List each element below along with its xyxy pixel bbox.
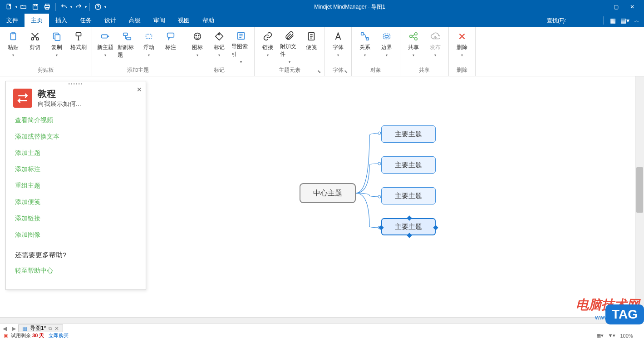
menu-视图[interactable]: 视图 [172,14,196,27]
attachment-button[interactable]: 附加文件▾ [279,29,300,63]
dropdown-arrow[interactable]: ▾ [337,53,339,57]
scroll-thumb[interactable] [636,167,643,213]
boundary-button[interactable]: 边界▾ [376,29,397,63]
main-topic-1[interactable]: 主要主题 [381,125,436,143]
dropdown-arrow[interactable]: ▾ [218,53,220,57]
doc-tab-close[interactable]: ✕ [54,325,59,332]
dropdown-arrow[interactable]: ▾ [240,60,242,64]
maximize-button[interactable]: ▢ [610,1,622,12]
panel-close-button[interactable]: ✕ [137,86,142,93]
copy-button[interactable]: 复制▾ [46,29,67,63]
redo-button[interactable] [73,1,84,12]
svg-point-30 [415,33,418,35]
document-tab[interactable]: ▦ 导图1* ⧉ ✕ [18,324,63,333]
paste-button[interactable]: 粘贴▾ [3,29,24,63]
share-button[interactable]: 共享▾ [403,29,424,63]
buy-now-link[interactable]: 立即购买 [49,333,69,338]
panel-grip[interactable]: •••••• [6,81,146,85]
dropdown-arrow[interactable]: ▾ [148,53,150,57]
font-button[interactable]: 字体▾ [328,29,349,63]
tutorial-link-7[interactable]: 添加图像 [15,231,137,239]
main-topic-2[interactable]: 主要主题 [381,156,436,174]
undo-button[interactable] [59,1,69,12]
dropdown-arrow[interactable]: ▾ [197,53,198,57]
panel-icon[interactable]: ▤▾ [620,17,629,24]
svg-rect-17 [146,34,152,38]
svg-point-31 [415,38,418,40]
menu-任务[interactable]: 任务 [74,14,98,27]
dropdown-arrow[interactable]: ▾ [267,53,269,57]
tutorial-link-1[interactable]: 添加或替换文本 [15,133,137,141]
zoom-level[interactable]: 100% [620,333,633,339]
main-topic-4-selected[interactable]: 主要主题 [381,218,436,235]
undo-dropdown[interactable]: ▾ [70,5,72,9]
new-topic-button[interactable]: 新主题▾ [95,29,116,63]
delete-button[interactable]: 删除▾ [452,29,472,63]
dialog-launcher[interactable]: ⬊ [317,69,321,74]
menu-高级[interactable]: 高级 [123,14,147,27]
new-dropdown[interactable]: ▾ [15,5,17,9]
format-painter-button[interactable]: 格式刷 [68,29,89,63]
open-file-button[interactable] [18,1,29,12]
tutorial-link-4[interactable]: 重组主题 [15,182,137,190]
menu-审阅[interactable]: 审阅 [147,14,172,27]
view-mode-icon[interactable]: ▦▾ [596,333,604,339]
map-index-label: 导图索引 [231,43,251,58]
paste-label: 粘贴 [8,44,19,51]
close-window-button[interactable]: ✕ [626,1,639,12]
tutorial-link-2[interactable]: 添加主题 [15,149,137,157]
collapse-ribbon-icon[interactable]: ︿ [634,17,639,25]
dropdown-arrow[interactable]: ▾ [364,53,366,57]
dropdown-arrow[interactable]: ▾ [104,53,106,57]
floating-button[interactable]: 浮动▾ [138,29,159,63]
search-label[interactable]: 查找(F): [547,17,597,25]
dropdown-arrow[interactable]: ▾ [461,53,463,57]
central-topic[interactable]: 中心主题 [300,183,356,203]
minimize-button[interactable]: ─ [593,1,606,12]
tab-next-button[interactable]: ▶ [9,325,18,332]
help-button[interactable] [93,1,103,12]
boundary-label: 边界 [381,44,392,51]
layout-icon[interactable]: ▦ [610,17,616,24]
callout-button[interactable]: 标注 [160,29,181,63]
tutorial-link-3[interactable]: 添加标注 [15,165,137,174]
svg-point-21 [198,35,199,36]
dropdown-arrow[interactable]: ▾ [289,60,290,64]
filter-icon[interactable]: ▼▾ [608,333,616,339]
new-subtopic-button[interactable]: 新副标题 [117,29,138,63]
menu-插入[interactable]: 插入 [49,14,74,27]
redo-dropdown[interactable]: ▾ [85,5,87,9]
doc-popout-icon[interactable]: ⧉ [49,326,52,331]
dropdown-arrow[interactable]: ▾ [434,53,436,57]
svg-rect-2 [34,5,36,6]
menu-帮助[interactable]: 帮助 [196,14,221,27]
icon-marker-button[interactable]: 图标▾ [187,29,208,63]
print-button[interactable] [42,1,53,12]
tutorial-panel: •••••• ✕ 教程 向我展示如何... 查看简介视频添加或替换文本添加主题添… [5,81,146,290]
dialog-launcher[interactable]: ⬊ [344,69,348,74]
dropdown-arrow[interactable]: ▾ [386,53,388,57]
tag-marker-button[interactable]: 标记▾ [209,29,230,63]
dropdown-arrow[interactable]: ▾ [413,53,414,57]
help-center-link[interactable]: 转至帮助中心 [15,267,137,275]
dropdown-arrow[interactable]: ▾ [56,53,58,57]
tutorial-link-6[interactable]: 添加链接 [15,214,137,223]
tutorial-link-5[interactable]: 添加便笺 [15,198,137,206]
zoom-out-button[interactable]: − [638,333,640,339]
link-button[interactable]: 链接▾ [257,29,278,63]
menu-文件[interactable]: 文件 [0,14,25,27]
dropdown-arrow[interactable]: ▾ [12,53,14,57]
menu-设计[interactable]: 设计 [98,14,123,27]
cut-button[interactable]: 剪切 [25,29,45,63]
notes-button[interactable]: 便笺 [301,29,322,63]
copy-label: 复制 [51,44,62,51]
menu-主页[interactable]: 主页 [25,14,49,27]
tutorial-link-0[interactable]: 查看简介视频 [15,116,137,125]
relationship-button[interactable]: 关系▾ [354,29,375,63]
new-file-button[interactable] [4,1,15,12]
vertical-scrollbar[interactable] [635,76,644,317]
save-button[interactable] [30,1,41,12]
map-index-button[interactable]: 导图索引▾ [231,29,251,63]
tab-prev-button[interactable]: ◀ [0,325,9,332]
main-topic-3[interactable]: 主要主题 [381,187,436,204]
